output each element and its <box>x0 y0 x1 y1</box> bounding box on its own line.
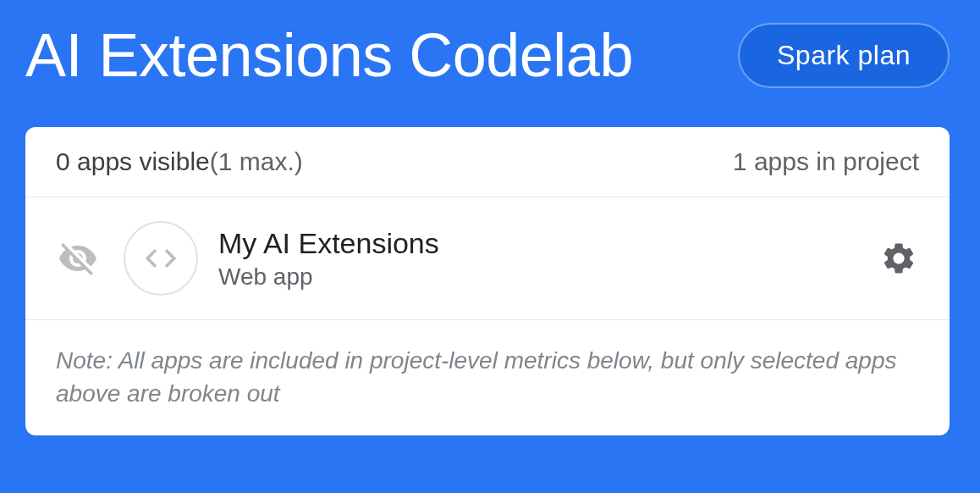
app-row: My AI Extensions Web app <box>25 197 950 320</box>
visible-max: (1 max.) <box>210 147 303 175</box>
app-name: My AI Extensions <box>218 227 878 260</box>
page-header: AI Extensions Codelab Spark plan <box>0 0 980 107</box>
app-type: Web app <box>218 263 878 291</box>
app-info: My AI Extensions Web app <box>218 227 878 291</box>
apps-card: 0 apps visible(1 max.) 1 apps in project… <box>25 127 950 435</box>
card-header: 0 apps visible(1 max.) 1 apps in project <box>25 127 950 197</box>
code-icon <box>124 221 198 296</box>
page-title: AI Extensions Codelab <box>25 20 633 90</box>
visible-apps-label: 0 apps visible(1 max.) <box>56 147 303 176</box>
note-text: Note: All apps are included in project-l… <box>25 320 950 435</box>
visible-count: 0 apps visible <box>56 147 210 175</box>
gear-icon[interactable] <box>878 238 919 279</box>
apps-in-project-label: 1 apps in project <box>733 147 919 176</box>
visibility-off-icon[interactable] <box>56 236 100 280</box>
plan-button[interactable]: Spark plan <box>738 23 950 88</box>
